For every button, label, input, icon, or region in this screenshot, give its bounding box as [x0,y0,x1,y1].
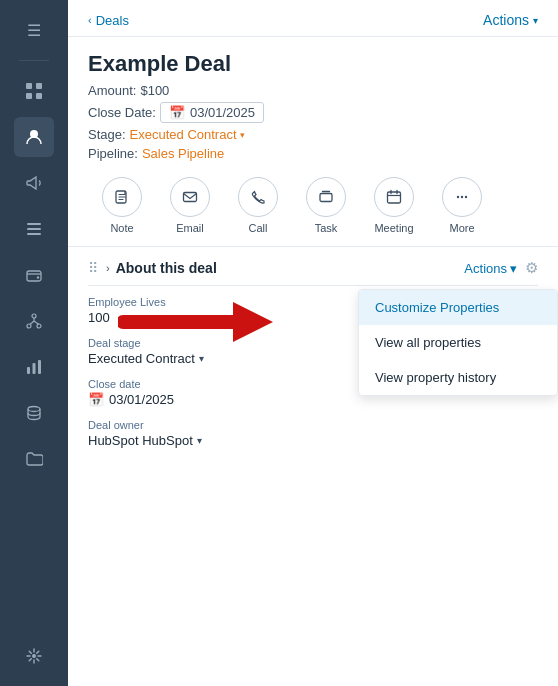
note-label: Note [110,222,133,234]
view-property-history-label: View property history [375,370,496,385]
amount-label: Amount: [88,83,136,98]
pipeline-link[interactable]: Sales Pipeline [142,146,224,161]
action-icons-row: Note Email Call Task Meeting [68,161,558,247]
task-action[interactable]: Task [292,177,360,234]
list-icon[interactable] [14,209,54,249]
meeting-label: Meeting [374,222,413,234]
grid-icon[interactable] [14,71,54,111]
stage-label: Stage: [88,127,126,142]
bookmark-icon[interactable]: ☰ [14,10,54,50]
deal-meta: Amount: $100 Close Date: 📅 03/01/2025 St… [88,83,538,161]
chart-icon[interactable] [14,347,54,387]
svg-point-24 [465,196,467,198]
deal-owner-caret-icon: ▾ [197,435,202,446]
back-link[interactable]: ‹ Deals [88,13,129,28]
close-date-value: 03/01/2025 [190,105,255,120]
svg-point-9 [37,276,39,278]
folder-icon[interactable] [14,439,54,479]
deal-owner-link[interactable]: HubSpot HubSpot ▾ [88,433,538,448]
more-icon [442,177,482,217]
view-all-properties-item[interactable]: View all properties [359,325,557,360]
svg-rect-0 [26,83,32,89]
svg-rect-5 [27,223,41,225]
stage-row: Stage: Executed Contract ▾ [88,127,538,142]
customize-properties-item[interactable]: Customize Properties [359,290,557,325]
megaphone-icon[interactable] [14,163,54,203]
about-section: ⠿ › About this deal Actions ▾ ⚙ Employee… [68,247,558,466]
wallet-icon[interactable] [14,255,54,295]
stage-caret-icon: ▾ [240,130,245,140]
close-date-prop-text: 03/01/2025 [109,392,174,407]
deal-owner-value: HubSpot HubSpot ▾ [88,433,538,448]
deal-stage-text: Executed Contract [88,351,195,366]
amount-value: $100 [140,83,169,98]
call-action[interactable]: Call [224,177,292,234]
email-label: Email [176,222,204,234]
pipeline-value: Sales Pipeline [142,146,224,161]
svg-rect-19 [184,193,197,202]
call-icon [238,177,278,217]
chevron-left-icon: ‹ [88,14,92,26]
close-date-input[interactable]: 📅 03/01/2025 [160,102,264,123]
meeting-action[interactable]: Meeting [360,177,428,234]
view-all-properties-label: View all properties [375,335,481,350]
close-date-label: Close Date: [88,105,156,120]
drag-handle-icon: ⠿ [88,260,98,276]
svg-rect-6 [27,228,41,230]
gear-icon[interactable]: ⚙ [525,259,538,277]
about-header-left: ⠿ › About this deal [88,260,217,276]
customize-properties-label: Customize Properties [375,300,499,315]
contact-icon[interactable] [14,117,54,157]
deal-owner-property: Deal owner HubSpot HubSpot ▾ [88,419,538,448]
main-content: ‹ Deals Actions ▾ Example Deal Amount: $… [68,0,558,686]
about-actions-button[interactable]: Actions ▾ [464,261,517,276]
svg-rect-2 [26,93,32,99]
actions-label: Actions [483,12,529,28]
about-header-right: Actions ▾ ⚙ [464,259,538,277]
note-icon [102,177,142,217]
email-action[interactable]: Email [156,177,224,234]
calendar-icon: 📅 [169,105,185,120]
deal-title: Example Deal [88,51,538,77]
svg-rect-8 [27,271,41,281]
about-header: ⠿ › About this deal Actions ▾ ⚙ [88,247,538,286]
svg-rect-13 [27,367,30,374]
stage-value: Executed Contract [130,127,237,142]
back-label: Deals [96,13,129,28]
task-label: Task [315,222,338,234]
note-action[interactable]: Note [88,177,156,234]
svg-point-12 [37,324,41,328]
network-icon[interactable] [14,301,54,341]
deal-stage-caret-icon: ▾ [199,353,204,364]
database-icon[interactable] [14,393,54,433]
email-icon [170,177,210,217]
svg-point-23 [461,196,463,198]
sidebar: ☰ [0,0,68,686]
svg-rect-21 [388,192,401,203]
svg-point-10 [32,314,36,318]
actions-button[interactable]: Actions ▾ [483,12,538,28]
pipeline-row: Pipeline: Sales Pipeline [88,146,538,161]
svg-rect-14 [33,363,36,374]
svg-rect-15 [38,360,41,374]
more-action[interactable]: More [428,177,496,234]
sidebar-divider [19,60,49,61]
pipeline-label: Pipeline: [88,146,138,161]
about-actions-label: Actions [464,261,507,276]
sparkle-icon[interactable] [14,636,54,676]
more-label: More [449,222,474,234]
arrow-indicator [118,297,278,350]
svg-point-16 [28,407,40,412]
stage-link[interactable]: Executed Contract ▾ [130,127,245,142]
svg-rect-20 [320,194,332,202]
svg-marker-25 [233,302,273,342]
svg-rect-7 [27,233,41,235]
svg-point-17 [32,654,36,658]
view-property-history-item[interactable]: View property history [359,360,557,395]
svg-rect-1 [36,83,42,89]
about-chevron-icon[interactable]: › [106,262,110,274]
task-icon [306,177,346,217]
deal-info: Example Deal Amount: $100 Close Date: 📅 … [68,37,558,161]
amount-row: Amount: $100 [88,83,538,98]
meeting-icon [374,177,414,217]
